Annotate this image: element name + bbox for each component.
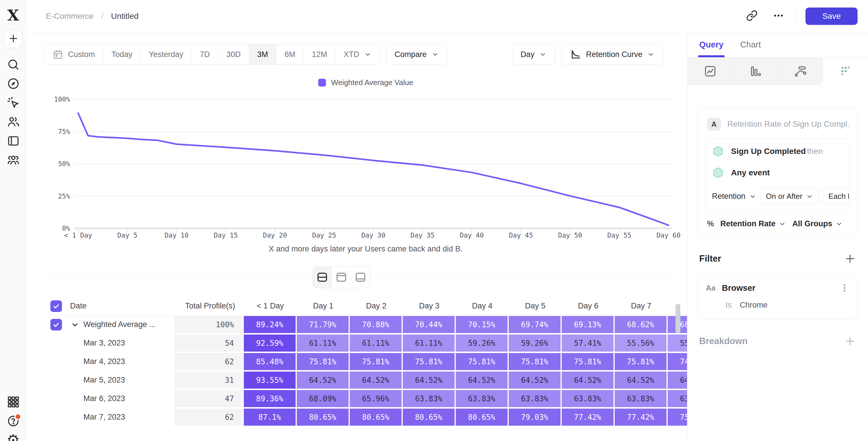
breadcrumb-parent[interactable]: E-Commerce — [46, 11, 94, 21]
range-today[interactable]: Today — [103, 44, 141, 65]
settings-gear-icon[interactable]: ⚙ — [4, 431, 23, 441]
table-row[interactable]: Mar 6, 20234789.36%68.09%65.96%63.83%63.… — [44, 390, 687, 409]
range-7d[interactable]: 7D — [192, 44, 218, 65]
column-header-day[interactable]: Day 6 — [562, 296, 615, 316]
event-row-b[interactable]: Any event — [712, 167, 844, 179]
tab-funnels[interactable] — [733, 57, 778, 85]
breadcrumb-current[interactable]: Untitled — [111, 11, 139, 21]
column-header-day[interactable]: Day 5 — [509, 296, 562, 316]
range-xtd[interactable]: XTD — [336, 44, 379, 65]
retention-cell: 80.65% — [297, 409, 350, 427]
retention-mode-dropdown[interactable]: Retention — [712, 192, 756, 201]
compare-button[interactable]: Compare — [386, 44, 447, 65]
compass-icon[interactable] — [4, 74, 23, 93]
retention-line-chart: 0%25%50%75%100%< 1 DayDay 5Day 10Day 15D… — [44, 89, 684, 243]
chart-type-dropdown[interactable]: Retention Curve — [561, 44, 663, 65]
vertical-scrollbar-thumb[interactable] — [676, 304, 680, 333]
retention-cell: 63.83% — [509, 390, 562, 409]
measure-dropdown[interactable]: Retention Rate — [720, 219, 786, 228]
svg-text:Day 5: Day 5 — [117, 231, 137, 239]
row-checkbox[interactable] — [51, 319, 62, 330]
library-panel-icon[interactable] — [4, 131, 23, 151]
add-breakdown-button[interactable] — [844, 335, 857, 348]
filter-item-card[interactable]: Aa Browser Is Chrome — [698, 274, 858, 320]
save-button[interactable]: Save — [805, 7, 858, 25]
table-row[interactable]: Mar 3, 20235492.59%61.11%61.11%61.11%59.… — [44, 335, 687, 353]
svg-text:Day 50: Day 50 — [558, 231, 582, 239]
cohorts-icon[interactable] — [4, 151, 23, 169]
granularity-dropdown[interactable]: Day — [512, 44, 555, 65]
filter-value[interactable]: Chrome — [740, 301, 768, 310]
column-header-day[interactable]: Day 2 — [350, 296, 403, 316]
notification-dot — [14, 413, 22, 420]
share-link-button[interactable] — [744, 8, 760, 24]
table-row[interactable]: Mar 7, 20236287.1%80.65%80.65%80.65%80.6… — [44, 409, 687, 427]
event-card: Sign Up Completedthen Any event Retentio… — [705, 138, 850, 211]
layout-split-button[interactable] — [313, 266, 332, 288]
column-header-day[interactable]: Day 4 — [456, 296, 509, 316]
retention-cell: 75.81% — [615, 353, 668, 372]
row-label: Mar 6, 2023 — [44, 390, 174, 409]
retention-cell: 68.09% — [297, 390, 350, 409]
calendar-icon — [53, 49, 63, 60]
retention-table-wrap: DateTotal Profile(s)< 1 DayDay 1Day 2Day… — [44, 296, 687, 427]
search-icon[interactable] — [4, 55, 23, 74]
column-header-day[interactable]: Day 3 — [403, 296, 456, 316]
range-12m[interactable]: 12M — [304, 44, 336, 65]
range-6m[interactable]: 6M — [277, 44, 304, 65]
kebab-menu-icon[interactable] — [839, 283, 850, 293]
column-header-day[interactable]: Day 1 — [297, 296, 350, 316]
table-row[interactable]: Mar 4, 20236285.48%75.81%75.81%75.81%75.… — [44, 353, 687, 372]
cursor-click-icon[interactable] — [4, 93, 23, 112]
split-view-icon — [316, 271, 329, 284]
range-30d[interactable]: 30D — [218, 44, 249, 65]
users-icon[interactable] — [4, 112, 23, 131]
retention-cell: 63.83% — [668, 390, 687, 409]
analysis-type-tabs — [688, 57, 868, 85]
retention-cell: 75.81% — [350, 353, 403, 372]
create-button[interactable] — [4, 30, 22, 48]
expand-chevron-icon[interactable] — [70, 320, 80, 329]
retention-cell: 63.83% — [615, 390, 668, 409]
svg-text:50%: 50% — [58, 160, 70, 167]
tab-query[interactable]: Query — [699, 32, 723, 57]
event-row-a[interactable]: Sign Up Completedthen — [712, 145, 844, 157]
retention-cell: 65.96% — [350, 390, 403, 409]
bucket-dropdown[interactable]: Each Day — [823, 188, 849, 204]
app-logo: X — [7, 0, 19, 30]
svg-text:100%: 100% — [54, 95, 70, 103]
more-options-button[interactable] — [770, 8, 787, 24]
column-header-day[interactable]: Day 7 — [615, 296, 668, 316]
tab-retention[interactable] — [823, 57, 868, 85]
apps-grid-icon[interactable] — [4, 392, 23, 411]
tab-insights[interactable] — [688, 57, 733, 85]
table-row[interactable]: Weighted Average ...100%89.24%71.79%70.8… — [44, 316, 687, 335]
retention-cell: 89.36% — [244, 390, 297, 409]
layout-chart-only-button[interactable] — [332, 266, 351, 288]
layout-table-only-button[interactable] — [351, 266, 370, 288]
filter-operator[interactable]: Is — [725, 301, 732, 310]
filter-property-name: Browser — [722, 283, 833, 293]
table-row[interactable]: Mar 5, 20233193.55%64.52%64.52%64.52%64.… — [44, 372, 687, 390]
range-3m[interactable]: 3M — [249, 44, 277, 65]
range-custom[interactable]: Custom — [44, 44, 103, 65]
add-filter-button[interactable] — [844, 252, 857, 265]
help-icon[interactable] — [4, 411, 23, 431]
header-divider — [797, 8, 797, 24]
operator-dropdown[interactable]: On or After — [761, 188, 819, 204]
row-checkbox[interactable] — [51, 301, 62, 312]
column-header-total[interactable]: Total Profile(s) — [174, 296, 244, 316]
plus-icon — [7, 33, 19, 45]
retention-cell: 61.11% — [350, 335, 403, 353]
tab-flows[interactable] — [778, 57, 823, 85]
column-header-day[interactable]: < 1 Day — [244, 296, 297, 316]
topbar: E-Commerce / Untitled Save — [27, 0, 868, 32]
query-title[interactable]: Retention Rate of Sign Up Compl... — [727, 120, 848, 129]
range-yesterday[interactable]: Yesterday — [141, 44, 192, 65]
group-dropdown[interactable]: All Groups — [793, 219, 843, 228]
event-hexagon-icon — [712, 145, 724, 157]
event-a-name: Sign Up Completed — [731, 147, 806, 156]
tab-chart[interactable]: Chart — [740, 32, 761, 57]
column-header-date[interactable]: Date — [44, 296, 174, 316]
query-badge: A — [707, 118, 721, 130]
